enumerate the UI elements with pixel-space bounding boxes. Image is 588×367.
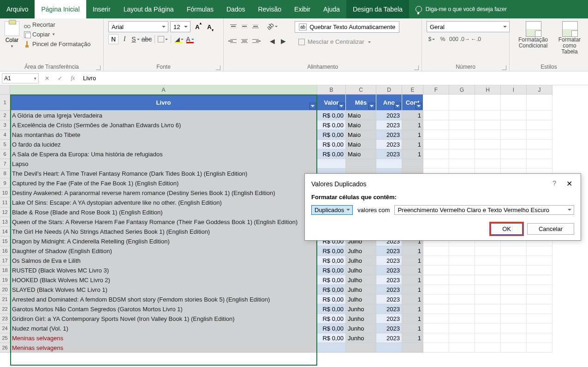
- cell-livro[interactable]: The Girl He Needs (A No Strings Attached…: [10, 227, 317, 237]
- empty-cell[interactable]: [475, 120, 501, 130]
- empty-cell[interactable]: [449, 295, 475, 304]
- tab-arquivo[interactable]: Arquivo: [0, 0, 35, 18]
- empty-cell[interactable]: [501, 256, 527, 266]
- empty-cell[interactable]: [527, 246, 552, 256]
- row-header[interactable]: 12: [0, 207, 10, 217]
- empty-cell[interactable]: [501, 343, 527, 353]
- col-header-a[interactable]: A: [10, 85, 317, 95]
- cell-ano[interactable]: 2023: [376, 275, 402, 285]
- empty-cell[interactable]: [527, 159, 552, 169]
- empty-cell[interactable]: [475, 343, 501, 353]
- row-header[interactable]: 13: [0, 217, 10, 227]
- tab-exibir[interactable]: Exibir: [288, 0, 317, 18]
- empty-cell[interactable]: [527, 256, 552, 266]
- cell-livro[interactable]: HOOKED (Black Wolves MC Livro 2): [10, 275, 317, 285]
- empty-cell[interactable]: [501, 149, 527, 159]
- cell-valor[interactable]: R$ 0,00: [317, 140, 346, 149]
- row-header[interactable]: 18: [0, 266, 10, 275]
- cell-valor[interactable]: R$ 0,00: [317, 324, 346, 333]
- cell-livro[interactable]: Os Salmos de Eva e Lilith: [10, 256, 317, 266]
- cell-ano[interactable]: 2023: [376, 256, 402, 266]
- empty-cell[interactable]: [423, 295, 449, 304]
- empty-cell[interactable]: [475, 130, 501, 140]
- header-ano[interactable]: Ano: [376, 95, 402, 111]
- row-header[interactable]: 16: [0, 246, 10, 256]
- cell-livro[interactable]: A Sala de Espera da Europa: Uma história…: [10, 149, 317, 159]
- row-header[interactable]: 21: [0, 295, 10, 304]
- cell-mes[interactable]: Julho: [346, 266, 376, 275]
- empty-cell[interactable]: [423, 275, 449, 285]
- cell-cont[interactable]: 1: [402, 111, 423, 120]
- cell-cont[interactable]: 1: [402, 246, 423, 256]
- conditional-format-button[interactable]: Formatação Condicional: [514, 21, 552, 55]
- row-header[interactable]: 20: [0, 285, 10, 295]
- row-header[interactable]: 19: [0, 275, 10, 285]
- empty-cell[interactable]: [475, 324, 501, 333]
- empty-cell[interactable]: [475, 285, 501, 295]
- row-header[interactable]: 15: [0, 237, 10, 246]
- cell-valor[interactable]: R$ 0,00: [317, 266, 346, 275]
- cell-mes[interactable]: [346, 159, 376, 169]
- cell-mes[interactable]: Junho: [346, 324, 376, 333]
- cell-ano[interactable]: [376, 343, 402, 353]
- cell-valor[interactable]: R$ 0,00: [317, 285, 346, 295]
- cell-cont[interactable]: [402, 159, 423, 169]
- cell-livro[interactable]: Blade & Rose (Blade and Rose Book 1) (En…: [10, 207, 317, 217]
- empty-cell[interactable]: [527, 111, 552, 120]
- empty-cell[interactable]: [449, 266, 475, 275]
- percent-button[interactable]: %: [438, 34, 448, 44]
- cell-cont[interactable]: [402, 343, 423, 353]
- row-header[interactable]: 24: [0, 324, 10, 333]
- cell-livro[interactable]: Daughter of Shadow (English Edition): [10, 246, 317, 256]
- empty-cell[interactable]: [475, 314, 501, 324]
- cell-mes[interactable]: Junho: [346, 304, 376, 314]
- underline-button[interactable]: S: [131, 34, 141, 44]
- empty-cell[interactable]: [527, 140, 552, 149]
- align-top-button[interactable]: [228, 21, 238, 31]
- cell-livro[interactable]: Destiny Awakened: A paranormal reverse h…: [10, 188, 317, 198]
- font-size-combo[interactable]: 12: [170, 21, 190, 32]
- cell-ano[interactable]: 2023: [376, 149, 402, 159]
- empty-cell[interactable]: [527, 304, 552, 314]
- align-left-button[interactable]: [228, 36, 238, 46]
- cell-valor[interactable]: R$ 0,00: [317, 120, 346, 130]
- empty-cell[interactable]: [423, 149, 449, 159]
- cell-livro[interactable]: Arrested and Dominated: A femdom BDSM sh…: [10, 295, 317, 304]
- cut-button[interactable]: Recortar: [24, 21, 90, 28]
- format-as-table-button[interactable]: Formatar como Tabela: [556, 21, 583, 55]
- empty-cell[interactable]: [423, 324, 449, 333]
- cell-cont[interactable]: 1: [402, 333, 423, 343]
- empty-cell[interactable]: [527, 120, 552, 130]
- cell-cont[interactable]: 1: [402, 266, 423, 275]
- cell-cont[interactable]: 1: [402, 295, 423, 304]
- empty-cell[interactable]: [501, 246, 527, 256]
- row-header[interactable]: 17: [0, 256, 10, 266]
- row-header[interactable]: 5: [0, 140, 10, 149]
- cell-mes[interactable]: Julho: [346, 256, 376, 266]
- bold-button[interactable]: N: [108, 34, 119, 44]
- col-header-c[interactable]: C: [346, 85, 376, 95]
- decrease-indent-button[interactable]: ◀: [267, 36, 277, 46]
- empty-cell[interactable]: [423, 130, 449, 140]
- empty-cell[interactable]: [527, 130, 552, 140]
- empty-cell[interactable]: [449, 275, 475, 285]
- align-middle-button[interactable]: [239, 21, 249, 31]
- cell-valor[interactable]: R$ 0,00: [317, 295, 346, 304]
- cell-cont[interactable]: 1: [402, 304, 423, 314]
- filter-icon[interactable]: [394, 103, 401, 109]
- cell-livro[interactable]: Meninas selvagens: [10, 333, 317, 343]
- wrap-text-button[interactable]: abQuebrar Texto Automaticamente: [295, 21, 399, 33]
- cell-valor[interactable]: [317, 343, 346, 353]
- empty-cell[interactable]: [475, 246, 501, 256]
- cell-valor[interactable]: R$ 0,00: [317, 111, 346, 120]
- row-header[interactable]: 4: [0, 130, 10, 140]
- align-center-button[interactable]: [239, 36, 249, 46]
- copy-button[interactable]: Copiar▼: [24, 31, 90, 38]
- empty-cell[interactable]: [501, 333, 527, 343]
- cell-valor[interactable]: R$ 0,00: [317, 333, 346, 343]
- cell-ano[interactable]: 2023: [376, 266, 402, 275]
- empty-cell[interactable]: [527, 295, 552, 304]
- decrease-decimal-button[interactable]: ←.0: [471, 34, 481, 44]
- empty-cell[interactable]: [501, 159, 527, 169]
- empty-cell[interactable]: [449, 130, 475, 140]
